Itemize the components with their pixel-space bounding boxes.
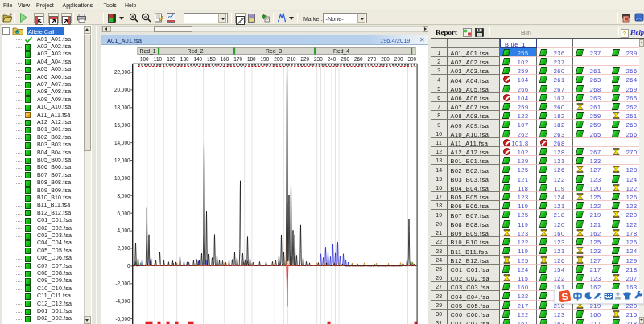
svg-text:120: 120	[167, 55, 175, 61]
svg-text:4,000: 4,000	[117, 228, 130, 233]
svg-text:200: 200	[274, 55, 283, 61]
svg-text:130: 130	[180, 55, 188, 61]
svg-text:12,000: 12,000	[114, 157, 130, 162]
svg-text:2,000: 2,000	[117, 245, 130, 251]
svg-text:260: 260	[353, 55, 362, 61]
svg-text:16,000: 16,000	[114, 122, 130, 128]
svg-text:100: 100	[139, 55, 148, 61]
svg-text:20,000: 20,000	[114, 87, 130, 92]
svg-text:18,000: 18,000	[114, 105, 130, 110]
svg-text:Red_1: Red_1	[139, 48, 155, 55]
svg-text:190: 190	[260, 55, 269, 61]
svg-text:220: 220	[300, 55, 309, 61]
svg-text:-6,000: -6,000	[115, 315, 130, 321]
svg-text:280: 280	[381, 55, 390, 61]
svg-text:-2,000: -2,000	[115, 281, 130, 286]
svg-text:180: 180	[246, 55, 255, 61]
svg-text:6,000: 6,000	[117, 210, 130, 215]
svg-text:150: 150	[207, 55, 216, 61]
svg-text:0: 0	[126, 263, 130, 269]
svg-text:210: 210	[287, 55, 295, 61]
svg-text:300: 300	[407, 55, 416, 61]
svg-text:?: ?	[623, 30, 627, 37]
svg-text:250: 250	[341, 55, 349, 61]
svg-text:14,000: 14,000	[114, 139, 130, 145]
svg-text:10,000: 10,000	[114, 174, 130, 180]
svg-text:22,000: 22,000	[114, 69, 130, 75]
svg-text:270: 270	[367, 55, 376, 61]
svg-text:230: 230	[314, 55, 323, 61]
svg-text:290: 290	[394, 55, 402, 61]
svg-text:160: 160	[220, 55, 229, 61]
svg-text:Red_2: Red_2	[187, 48, 203, 55]
svg-text:170: 170	[233, 55, 242, 61]
svg-text:110: 110	[153, 55, 162, 61]
svg-text:-4,000: -4,000	[115, 298, 130, 304]
svg-text:240: 240	[327, 55, 336, 61]
svg-text:Red_4: Red_4	[332, 48, 349, 55]
svg-text:140: 140	[193, 55, 202, 61]
svg-text:Red_3: Red_3	[265, 48, 281, 55]
svg-text:8,000: 8,000	[117, 192, 130, 198]
